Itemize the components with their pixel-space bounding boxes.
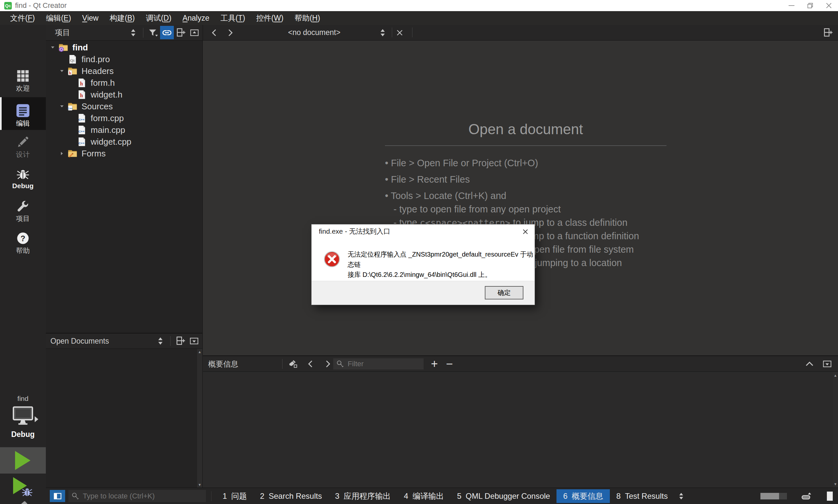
tree-item-widget-cpp[interactable]: widget.cpp (46, 136, 202, 148)
scroll-up-button[interactable]: ▲ (197, 349, 202, 355)
menu-analyze[interactable]: Analyze (177, 11, 215, 25)
zoom-in-button[interactable]: + (428, 356, 441, 372)
output-tab-application-output[interactable]: 3应用程序输出 (328, 489, 397, 503)
minimize-button[interactable] (782, 0, 801, 11)
tree-item-find-pro[interactable]: find.pro (46, 53, 202, 65)
expand-arrow-icon[interactable] (57, 68, 67, 74)
kit-expand-arrow-icon[interactable] (35, 416, 38, 422)
locator-input[interactable] (82, 491, 206, 501)
output-tab-search-results[interactable]: 2Search Results (253, 489, 328, 503)
document-spinner[interactable] (376, 26, 390, 39)
split-editor-button[interactable] (821, 26, 835, 39)
project-tree: find find.pro Headers form.h widget.h So… (46, 40, 203, 333)
funnel-icon (148, 28, 158, 38)
grid-icon (0, 67, 46, 83)
mode-welcome[interactable]: 欢迎 (0, 67, 46, 93)
output-tab-issues[interactable]: 1问题 (216, 489, 253, 503)
filter-input[interactable] (347, 359, 424, 368)
panel-title: 概要信息 (208, 356, 238, 372)
tree-item-main-cpp[interactable]: main.cpp (46, 124, 202, 136)
separator (211, 491, 212, 501)
close-document-button[interactable] (393, 26, 407, 39)
open-documents-header: Open Documents (46, 334, 202, 349)
filter-tree-button[interactable] (146, 26, 160, 39)
output-tab-test-results[interactable]: 8Test Results (610, 489, 674, 503)
right-pane-toggle-button[interactable] (827, 491, 833, 501)
close-button[interactable] (819, 0, 838, 11)
menu-view[interactable]: View (76, 11, 104, 25)
scrollbar[interactable]: ▲ ▼ (197, 349, 202, 488)
menu-edit[interactable]: 编辑(E) (40, 11, 76, 25)
open-document-dropdown[interactable]: <no document> (242, 25, 386, 40)
build-button[interactable] (13, 499, 32, 504)
panel-title: Open Documents (46, 337, 109, 346)
menu-build[interactable]: 构建(B) (104, 11, 140, 25)
tree-item-form-cpp[interactable]: form.cpp (46, 112, 202, 124)
next-item-button[interactable] (321, 357, 335, 371)
ok-button[interactable]: 确定 (485, 286, 523, 300)
zoom-out-button[interactable]: − (443, 356, 456, 372)
mode-edit[interactable]: 编辑 (0, 97, 46, 130)
chevron-left-icon (306, 359, 316, 369)
menu-debug[interactable]: 调试(D) (140, 11, 177, 25)
chevron-up-icon (804, 359, 815, 369)
run-button[interactable] (0, 447, 46, 473)
kit-selector[interactable] (13, 406, 33, 425)
help-line: • File > Recent Files (385, 174, 666, 185)
previous-item-button[interactable] (304, 357, 318, 371)
split-pane-button[interactable] (174, 335, 187, 348)
collapse-arrow-icon[interactable] (57, 151, 67, 156)
close-output-button[interactable] (820, 357, 834, 371)
sidebar-toggle-button[interactable] (50, 490, 65, 502)
expand-arrow-icon[interactable] (48, 45, 58, 50)
progress-details-button[interactable] (801, 492, 813, 500)
divider (385, 145, 666, 146)
scroll-down-button[interactable]: ▼ (197, 482, 202, 488)
mode-projects[interactable]: 项目 (0, 197, 46, 223)
go-forward-button[interactable] (223, 26, 237, 39)
app-icon: Qc (4, 2, 12, 10)
kit-target-name: Debug (0, 430, 46, 439)
tree-item-headers[interactable]: Headers (46, 65, 202, 77)
sync-with-editor-button[interactable] (160, 26, 174, 39)
build-progress-bar (761, 493, 787, 500)
scroll-up-button[interactable]: ▲ (833, 373, 838, 378)
pane-title: 项目 (46, 28, 70, 38)
scroll-down-button[interactable]: ▼ (833, 481, 838, 487)
tree-item-widget-h[interactable]: widget.h (46, 89, 202, 101)
go-back-button[interactable] (208, 26, 221, 39)
project-pane-toolbar: 项目 (46, 25, 203, 40)
menu-file[interactable]: 文件(F) (4, 11, 40, 25)
dialog-message: 无法定位程序输入点 _ZNSt3pmr20get_default_resourc… (347, 249, 535, 280)
mode-help[interactable]: 帮助 (0, 229, 46, 255)
close-pane-button[interactable] (187, 335, 201, 348)
maximize-output-button[interactable] (803, 357, 816, 371)
menu-help[interactable]: 帮助(H) (289, 11, 326, 25)
clean-button[interactable] (286, 357, 300, 371)
scrollbar[interactable]: ▲ ▼ (833, 372, 838, 488)
separator (170, 336, 171, 346)
dialog-close-button[interactable] (519, 227, 531, 237)
document-toolbar: <no document> (203, 25, 838, 40)
expand-arrow-icon[interactable] (57, 104, 67, 109)
output-tab-qml-debugger[interactable]: 5QML Debugger Console (450, 489, 556, 503)
tree-item-find[interactable]: find (46, 41, 202, 53)
mode-design[interactable]: 设计 (0, 133, 46, 159)
tree-item-sources[interactable]: Sources (46, 101, 202, 112)
tree-item-forms[interactable]: Forms (46, 148, 202, 159)
output-tab-summary[interactable]: 6概要信息 (556, 489, 609, 503)
help-heading: Open a document (385, 121, 666, 138)
menu-window[interactable]: 控件(W) (251, 11, 289, 25)
output-tabs-spinner[interactable] (674, 489, 688, 503)
debug-run-button[interactable] (0, 474, 46, 501)
tree-item-form-h[interactable]: form.h (46, 77, 202, 89)
pane-selector-spinner[interactable] (154, 335, 167, 348)
close-pane-button[interactable] (188, 26, 201, 39)
mode-debug[interactable]: Debug (0, 165, 46, 190)
clean-icon (288, 359, 298, 369)
menu-tools[interactable]: 工具(T) (215, 11, 250, 25)
split-pane-button[interactable] (174, 26, 188, 39)
restore-button[interactable] (801, 0, 819, 11)
pane-selector-spinner[interactable] (126, 26, 140, 39)
output-tab-compile-output[interactable]: 4编译输出 (397, 489, 450, 503)
